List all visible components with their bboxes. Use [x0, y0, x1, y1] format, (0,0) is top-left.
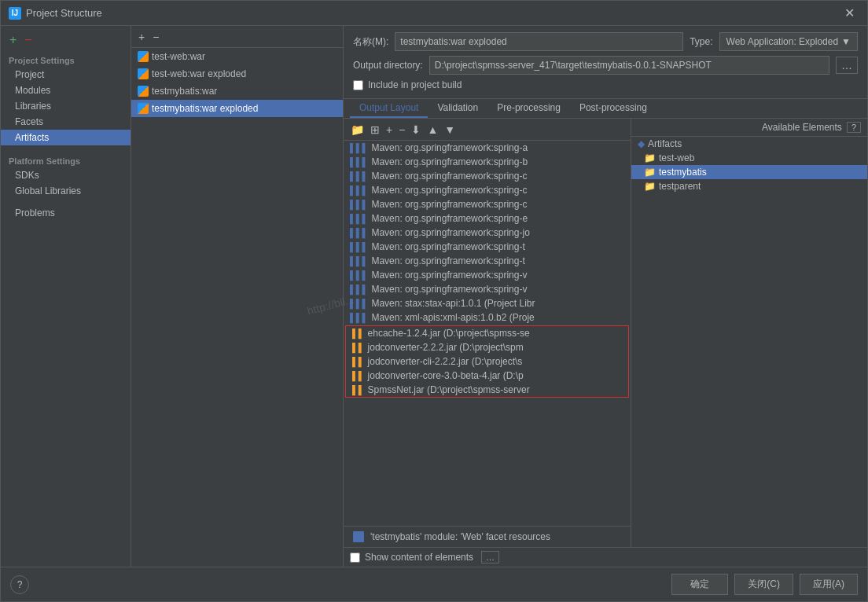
type-dropdown[interactable]: Web Application: Exploded ▼ [719, 32, 858, 51]
main-content: + − Project Settings Project Modules Lib… [1, 26, 867, 567]
chevron-down-icon: ▼ [841, 36, 851, 47]
name-label: 名称(M): [353, 35, 388, 49]
artifact-scroll: test-web:war test-web:war exploded testm… [131, 48, 343, 567]
output-item-jar-1[interactable]: ▌▌ ehcache-1.2.4.jar (D:\project\spmss-s… [346, 326, 628, 340]
jar-icon: ▌▌ [352, 371, 365, 380]
add-button[interactable]: + [7, 32, 19, 48]
more-options-button[interactable]: … [481, 551, 499, 563]
avail-tree-testmybatis[interactable]: 📁 testmybatis [631, 165, 867, 179]
output-item-jar-5[interactable]: ▌▌ SpmssNet.jar (D:\project\spmss-server [346, 383, 628, 397]
project-settings-header: Project Settings [1, 51, 131, 67]
include-checkbox[interactable] [353, 80, 363, 90]
sidebar-item-artifacts[interactable]: Artifacts [1, 130, 131, 145]
close-button-footer[interactable]: 关闭(C) [734, 574, 793, 595]
avail-tree-test-web[interactable]: 📁 test-web [631, 151, 867, 165]
artifact-toolbar: + − [131, 26, 343, 48]
output-item[interactable]: ▌▌▌ Maven: org.springframework:spring-jo [344, 226, 631, 240]
sidebar-item-project[interactable]: Project [1, 67, 131, 83]
sidebar-item-global-libraries[interactable]: Global Libraries [1, 183, 131, 199]
output-item[interactable]: ▌▌▌ Maven: xml-apis:xml-apis:1.0.b2 (Pro… [344, 310, 631, 325]
war-icon [138, 51, 149, 62]
output-dir-row: Output directory: … [353, 56, 858, 75]
sidebar-toolbar: + − [1, 29, 131, 51]
output-item-jar-3[interactable]: ▌▌ jodconverter-cli-2.2.2.jar (D:\projec… [346, 354, 628, 369]
layout-icon-btn[interactable]: ⊞ [368, 122, 382, 138]
jar-icon: ▌▌ [352, 343, 365, 352]
sidebar-item-sdks[interactable]: SDKs [1, 167, 131, 183]
artifact-item-test-web-war-exploded[interactable]: test-web:war exploded [131, 65, 343, 83]
window-title: Project Structure [26, 7, 102, 19]
ok-button[interactable]: 确定 [671, 574, 728, 595]
artifact-tree-icon: ◆ [638, 138, 645, 149]
jar-icon: ▌▌ [352, 385, 365, 395]
output-dir-label: Output directory: [353, 60, 423, 71]
output-item[interactable]: ▌▌▌ Maven: stax:stax-api:1.0.1 (Project … [344, 296, 631, 310]
tab-output-layout[interactable]: Output Layout [350, 99, 428, 118]
output-item[interactable]: ▌▌▌ Maven: org.springframework:spring-a [344, 141, 631, 155]
sidebar-item-libraries[interactable]: Libraries [1, 98, 131, 114]
jar-icon: ▌▌ [352, 357, 365, 366]
output-item[interactable]: ▌▌▌ Maven: org.springframework:spring-e [344, 211, 631, 226]
maven-icon: ▌▌▌ [350, 185, 368, 195]
folder-icon-btn[interactable]: 📁 [348, 122, 366, 138]
artifact-item-testmybatis-war[interactable]: testmybatis:war [131, 83, 343, 100]
platform-settings-header: Platform Settings [1, 152, 131, 167]
remove-artifact-button[interactable]: − [150, 29, 161, 45]
tab-pre-processing[interactable]: Pre-processing [487, 99, 570, 118]
maven-icon: ▌▌▌ [350, 313, 368, 322]
help-icon[interactable]: ? [847, 122, 861, 133]
close-button[interactable]: ✕ [840, 4, 859, 22]
help-button[interactable]: ? [10, 575, 29, 594]
output-item[interactable]: ▌▌▌ Maven: org.springframework:spring-t [344, 254, 631, 268]
browse-button[interactable]: … [836, 57, 858, 74]
up-icon-btn[interactable]: ▲ [425, 122, 440, 138]
output-item[interactable]: ▌▌▌ Maven: org.springframework:spring-c [344, 169, 631, 183]
tab-post-processing[interactable]: Post-processing [570, 99, 657, 118]
remove-output-button[interactable]: − [396, 122, 407, 138]
artifact-item-testmybatis-war-exploded[interactable]: testmybatis:war exploded [131, 100, 343, 117]
add-artifact-button[interactable]: + [136, 29, 147, 45]
output-item[interactable]: ▌▌▌ Maven: org.springframework:spring-t [344, 240, 631, 254]
avail-tree-testparent[interactable]: 📁 testparent [631, 179, 867, 193]
sidebar-item-modules[interactable]: Modules [1, 83, 131, 98]
output-area: 📁 ⊞ + − ⬇ ▲ ▼ ▌▌▌ Maven: or [344, 119, 867, 547]
download-icon-btn[interactable]: ⬇ [409, 122, 423, 138]
show-content-label[interactable]: Show content of elements [365, 552, 473, 563]
maven-icon: ▌▌▌ [350, 214, 368, 223]
output-scroll[interactable]: ▌▌▌ Maven: org.springframework:spring-a … [344, 141, 631, 526]
maven-icon: ▌▌▌ [350, 157, 368, 167]
maven-icon: ▌▌▌ [350, 299, 368, 308]
available-elements-scroll[interactable]: ◆ Artifacts 📁 test-web 📁 testmybatis [631, 137, 867, 547]
available-elements-header: Available Elements ? [631, 119, 867, 137]
maven-icon: ▌▌▌ [350, 200, 368, 209]
output-item[interactable]: ▌▌▌ Maven: org.springframework:spring-c [344, 183, 631, 197]
artifact-item-test-web-war[interactable]: test-web:war [131, 48, 343, 65]
tab-validation[interactable]: Validation [428, 99, 487, 118]
output-item[interactable]: ▌▌▌ Maven: org.springframework:spring-c [344, 197, 631, 211]
avail-tree-artifacts[interactable]: ◆ Artifacts [631, 137, 867, 151]
output-item[interactable]: ▌▌▌ Maven: org.springframework:spring-v [344, 268, 631, 282]
detail-header: 名称(M): Type: Web Application: Exploded ▼… [344, 26, 867, 99]
include-label[interactable]: Include in project build [368, 79, 462, 90]
add-output-button[interactable]: + [384, 122, 395, 138]
module-icon [353, 531, 364, 542]
output-item-jar-4[interactable]: ▌▌ jodconverter-core-3.0-beta-4.jar (D:\… [346, 369, 628, 383]
bottom-status-bar: 'testmybatis' module: 'Web' facet resour… [344, 526, 631, 547]
remove-button[interactable]: − [22, 32, 34, 48]
sidebar-item-facets[interactable]: Facets [1, 114, 131, 130]
show-content-checkbox[interactable] [350, 552, 360, 563]
output-item[interactable]: ▌▌▌ Maven: org.springframework:spring-b [344, 155, 631, 169]
folder-icon: 📁 [644, 152, 656, 163]
war-icon [138, 103, 149, 114]
name-input[interactable] [395, 32, 683, 51]
output-item[interactable]: ▌▌▌ Maven: org.springframework:spring-v [344, 282, 631, 296]
available-elements-panel: Available Elements ? ◆ Artifacts 📁 test-… [631, 119, 867, 547]
include-checkbox-row: Include in project build [353, 79, 858, 90]
sidebar-item-problems[interactable]: Problems [1, 205, 131, 221]
name-row: 名称(M): Type: Web Application: Exploded ▼ [353, 32, 858, 51]
output-item-jar-2[interactable]: ▌▌ jodconverter-2.2.2.jar (D:\project\sp… [346, 340, 628, 354]
down-icon-btn[interactable]: ▼ [442, 122, 458, 138]
apply-button[interactable]: 应用(A) [800, 574, 858, 595]
output-dir-input[interactable] [429, 56, 829, 75]
title-bar-left: IJ Project Structure [9, 7, 102, 20]
